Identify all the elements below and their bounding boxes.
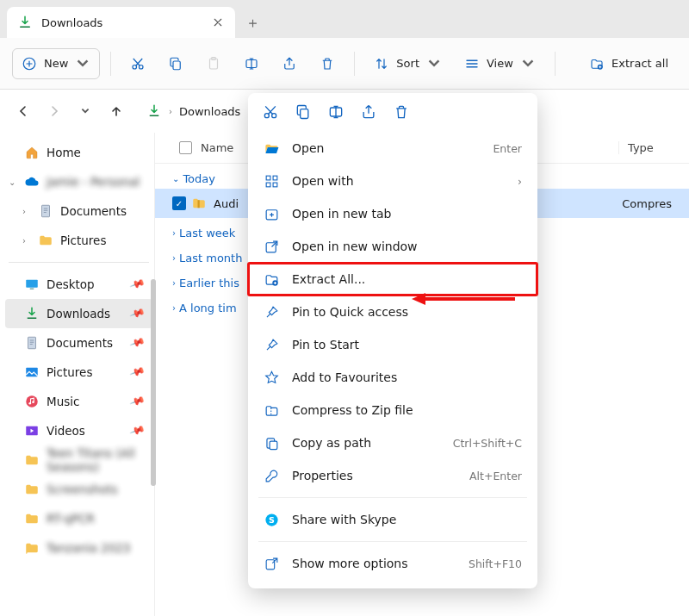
more-options-icon [264,556,280,572]
skype-icon: S [264,512,280,528]
music-icon [24,394,40,409]
ctx-favourites[interactable]: Add to Favourites [248,361,537,394]
svg-rect-9 [26,280,38,288]
sidebar-folder-2[interactable]: Screenshots [5,475,152,504]
grid-icon [264,173,280,190]
pin-icon: 📌 [129,364,146,380]
sidebar-folder-3-label: RT-qPCR [47,512,95,526]
sidebar-videos-label: Videos [47,424,85,438]
sidebar-pictures-label: Pictures [47,365,92,379]
ctx-copy-path[interactable]: Copy as pathCtrl+Shift+C [248,426,537,459]
tab-close-button[interactable] [211,16,225,29]
ctx-skype[interactable]: S Share with Skype [248,503,537,536]
sidebar-home[interactable]: Home [5,138,152,167]
folder-icon [24,482,40,497]
ctx-properties[interactable]: PropertiesAlt+Enter [248,459,537,492]
chevron-down-icon[interactable]: ⌄ [9,177,16,187]
pin-icon: 📌 [129,334,146,351]
delete-icon[interactable] [393,103,410,123]
extract-all-button[interactable]: Extract all [580,48,677,79]
col-type[interactable]: Type [628,141,654,154]
open-folder-icon [264,140,280,157]
sort-label: Sort [396,57,419,70]
sidebar-desktop[interactable]: Desktop 📌 [5,270,152,299]
sidebar-documents-label: Documents [47,336,113,350]
videos-icon [24,423,40,439]
chevron-down-icon [75,56,90,72]
ctx-compress[interactable]: Compress to Zip file [248,394,537,426]
svg-rect-12 [26,368,38,377]
tab-title: Downloads [41,16,102,29]
sidebar-downloads[interactable]: Downloads 📌 [5,299,152,328]
up-button[interactable] [102,96,131,126]
sidebar-music[interactable]: Music 📌 [5,387,152,416]
copy-button[interactable] [159,48,192,79]
rename-button[interactable] [235,48,268,79]
delete-button[interactable] [311,48,344,79]
zip-icon [264,402,280,419]
svg-rect-30 [270,441,277,450]
home-icon [24,145,40,160]
external-link-icon [264,239,280,255]
cut-button[interactable] [121,48,154,79]
new-button[interactable]: New [12,48,100,79]
chevron-right-icon: › [518,175,522,188]
svg-rect-10 [30,289,34,290]
pin-icon [264,337,280,353]
svg-rect-22 [266,176,270,180]
recent-button[interactable] [71,96,100,126]
svg-rect-8 [42,205,50,217]
sidebar-pictures-cloud[interactable]: › Pictures [5,226,152,255]
ctx-open-new-tab[interactable]: Open in new tab [248,197,537,230]
sidebar-documents[interactable]: Documents 📌 [5,328,152,358]
copy-icon[interactable] [295,103,312,123]
sidebar-downloads-label: Downloads [47,307,110,320]
desktop-icon [24,277,40,292]
sidebar-folder-4[interactable]: Tanzania 2023 [5,533,152,563]
share-button[interactable] [273,48,306,79]
new-tab-icon [264,206,280,222]
select-all-checkbox[interactable] [179,141,192,154]
svg-point-15 [32,401,34,403]
breadcrumb-location[interactable]: Downloads [179,105,240,118]
svg-marker-35 [412,293,425,305]
sidebar-documents-cloud[interactable]: › Documents [5,196,152,226]
ctx-open[interactable]: OpenEnter [248,132,537,165]
svg-rect-23 [273,176,277,180]
sidebar-home-label: Home [47,146,81,159]
sidebar-folder-3[interactable]: RT-qPCR [5,504,152,533]
forward-button [40,96,69,126]
context-menu: OpenEnter Open with› Open in new tab Ope… [248,93,537,588]
ctx-show-more[interactable]: Show more optionsShift+F10 [248,547,537,580]
share-icon[interactable] [360,103,377,123]
folder-icon [38,233,53,248]
sidebar-videos[interactable]: Videos 📌 [5,416,152,445]
col-name[interactable]: Name [201,141,233,154]
chevron-right-icon[interactable]: › [22,207,26,216]
downloads-icon [17,15,33,30]
back-button[interactable] [9,96,38,126]
view-button[interactable]: View [456,48,544,79]
rename-icon[interactable] [327,103,344,123]
sidebar-pictures[interactable]: Pictures 📌 [5,358,152,387]
pin-icon: 📌 [129,305,146,321]
sidebar-folder-1[interactable]: Teen Titans (All Seasons) [5,445,152,475]
chevron-down-icon [426,56,442,72]
sidebar-documents-label: Documents [60,204,127,218]
sort-button[interactable]: Sort [365,48,450,79]
pictures-icon [24,364,40,380]
sidebar: Home ⌄ Jamie - Personal › Documents › Pi… [0,133,155,616]
row-checkbox-checked[interactable]: ✓ [172,196,186,210]
paste-button [197,48,230,79]
cut-icon[interactable] [262,103,279,123]
new-tab-button[interactable]: ＋ [235,7,270,38]
pin-icon [264,304,280,320]
tab-downloads[interactable]: Downloads [7,7,235,38]
ctx-open-with[interactable]: Open with› [248,165,537,197]
chevron-right-icon[interactable]: › [22,236,26,246]
ctx-open-new-window[interactable]: Open in new window [248,230,537,263]
sidebar-folder-4-label: Tanzania 2023 [47,541,130,555]
sidebar-onedrive[interactable]: ⌄ Jamie - Personal [5,167,152,196]
extract-icon [264,271,280,288]
ctx-pin-start[interactable]: Pin to Start [248,328,537,361]
